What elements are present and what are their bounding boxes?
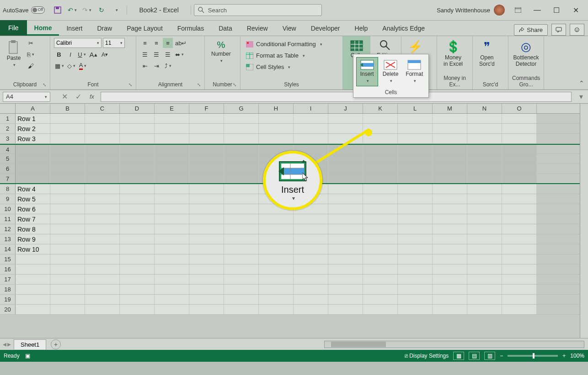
cell[interactable]: [224, 244, 259, 254]
cell[interactable]: [120, 164, 155, 174]
italic-button[interactable]: I: [65, 49, 75, 59]
cell[interactable]: [502, 224, 537, 234]
cell[interactable]: [398, 234, 433, 244]
cell[interactable]: [224, 184, 259, 194]
cell[interactable]: [189, 295, 224, 304]
cell[interactable]: [328, 285, 363, 294]
column-header[interactable]: D: [120, 104, 155, 113]
cell[interactable]: [294, 224, 328, 234]
decrease-font-icon[interactable]: A▾: [100, 49, 110, 59]
cell[interactable]: [189, 234, 224, 244]
cell[interactable]: [120, 214, 155, 224]
increase-font-icon[interactable]: A▴: [88, 49, 98, 59]
cell[interactable]: [363, 295, 398, 304]
cell[interactable]: [328, 114, 363, 123]
column-header[interactable]: J: [328, 104, 363, 113]
cell[interactable]: [85, 114, 120, 123]
cell[interactable]: [120, 224, 155, 234]
cell[interactable]: [16, 275, 50, 284]
cell[interactable]: [189, 114, 224, 123]
cell[interactable]: [155, 234, 189, 244]
cell[interactable]: [50, 305, 85, 314]
column-header[interactable]: B: [50, 104, 85, 113]
number-format-button[interactable]: % Number▾: [208, 38, 234, 66]
cell[interactable]: [502, 204, 537, 214]
cell[interactable]: [189, 204, 224, 214]
cell[interactable]: [328, 224, 363, 234]
cell[interactable]: [363, 174, 398, 183]
cell[interactable]: [328, 194, 363, 204]
cell[interactable]: [433, 184, 467, 194]
cell[interactable]: [16, 174, 50, 183]
grid-row[interactable]: 20: [0, 305, 588, 315]
cell[interactable]: [189, 154, 224, 164]
column-header[interactable]: G: [224, 104, 259, 113]
grid-row[interactable]: 14Row 10: [0, 244, 588, 254]
row-header[interactable]: 1: [0, 114, 16, 123]
tab-analytics-edge[interactable]: Analytics Edge: [375, 21, 432, 36]
cell[interactable]: [120, 134, 155, 143]
cell[interactable]: [467, 224, 502, 234]
cell[interactable]: [398, 164, 433, 174]
cell[interactable]: [328, 244, 363, 254]
cell[interactable]: [85, 134, 120, 143]
cell[interactable]: [433, 234, 467, 244]
cell[interactable]: [467, 305, 502, 314]
user-name[interactable]: Sandy Writtenhouse: [437, 7, 490, 14]
cell[interactable]: [294, 114, 328, 123]
cell[interactable]: [398, 305, 433, 314]
cell[interactable]: [189, 264, 224, 274]
cell[interactable]: [259, 214, 294, 224]
bold-button[interactable]: B: [54, 49, 64, 59]
paste-button[interactable]: Paste▾: [4, 38, 24, 70]
money-button[interactable]: 💲Moneyin Excel: [441, 38, 465, 69]
cell[interactable]: [502, 254, 537, 264]
zoom-out-button[interactable]: −: [500, 353, 503, 359]
cell[interactable]: [259, 114, 294, 123]
cell[interactable]: [120, 254, 155, 264]
cell[interactable]: [120, 145, 155, 153]
tab-view[interactable]: View: [275, 21, 304, 36]
cell[interactable]: [155, 285, 189, 294]
cell[interactable]: [85, 285, 120, 294]
cell[interactable]: [50, 184, 85, 194]
display-settings-button[interactable]: ⎚ Display Settings: [405, 353, 449, 359]
cell[interactable]: [363, 224, 398, 234]
cell[interactable]: [85, 234, 120, 244]
cell[interactable]: [16, 305, 50, 314]
cell[interactable]: [467, 254, 502, 264]
save-icon[interactable]: [51, 4, 64, 16]
grid-row[interactable]: 2Row 2: [0, 124, 588, 134]
cell[interactable]: [155, 184, 189, 194]
cell[interactable]: [433, 204, 467, 214]
collapse-ribbon-icon[interactable]: ⌃: [579, 79, 584, 87]
format-as-table-button[interactable]: Format as Table▾: [244, 51, 324, 60]
tab-home[interactable]: Home: [27, 21, 59, 36]
cell[interactable]: [120, 295, 155, 304]
bottleneck-button[interactable]: ◎BottleneckDetector: [512, 38, 540, 69]
cell[interactable]: [433, 124, 467, 133]
cell[interactable]: [224, 234, 259, 244]
cell[interactable]: [294, 264, 328, 274]
cell[interactable]: [328, 174, 363, 183]
cell[interactable]: [259, 224, 294, 234]
align-bottom-icon[interactable]: ≡: [163, 38, 173, 48]
cell[interactable]: [433, 295, 467, 304]
spreadsheet-grid[interactable]: ABCDEFGHIJKLMNO 1Row 12Row 23Row 345678R…: [0, 104, 588, 338]
cell[interactable]: [85, 164, 120, 174]
column-header[interactable]: C: [85, 104, 120, 113]
cell[interactable]: [398, 285, 433, 294]
cell[interactable]: [398, 254, 433, 264]
cell[interactable]: [467, 154, 502, 164]
cell[interactable]: [85, 124, 120, 133]
cell[interactable]: [189, 224, 224, 234]
page-layout-view-icon[interactable]: ▤: [469, 352, 480, 360]
cell[interactable]: [398, 194, 433, 204]
cell[interactable]: [363, 154, 398, 164]
align-center-icon[interactable]: ☰: [151, 49, 161, 59]
avatar[interactable]: [494, 5, 505, 16]
cell[interactable]: [328, 234, 363, 244]
cell[interactable]: [224, 275, 259, 284]
cell[interactable]: [155, 194, 189, 204]
share-button[interactable]: Share: [514, 24, 548, 36]
